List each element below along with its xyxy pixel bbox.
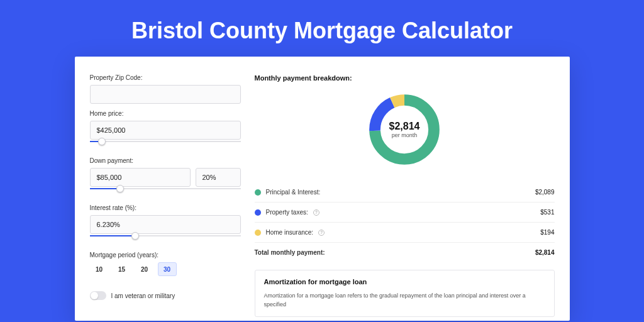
home-price-input[interactable] xyxy=(90,121,241,140)
breakdown-value: $2,089 xyxy=(535,189,555,196)
down-payment-slider[interactable] xyxy=(90,188,241,189)
info-icon[interactable]: ? xyxy=(318,230,325,236)
info-icon[interactable]: ? xyxy=(313,209,319,216)
period-options: 10152030 xyxy=(90,262,241,276)
period-option-10[interactable]: 10 xyxy=(90,262,109,276)
veteran-toggle-row: I am veteran or military xyxy=(90,291,241,300)
interest-field-group: Interest rate (%): xyxy=(90,204,241,245)
breakdown-rows: Principal & Interest:$2,089Property taxe… xyxy=(255,182,555,262)
breakdown-row: Property taxes:?$531 xyxy=(255,202,555,222)
swatch-icon xyxy=(255,209,261,216)
donut-sub: per month xyxy=(392,132,418,138)
breakdown-title: Monthly payment breakdown: xyxy=(255,74,555,82)
breakdown-value: $531 xyxy=(540,209,554,216)
donut-center: $2,814 per month xyxy=(365,91,443,169)
total-value: $2,814 xyxy=(535,249,555,256)
breakdown-row: Home insurance:?$194 xyxy=(255,222,555,242)
swatch-icon xyxy=(255,230,261,236)
donut-chart: $2,814 per month xyxy=(365,91,443,169)
veteran-toggle[interactable] xyxy=(90,291,106,300)
down-payment-label: Down payment: xyxy=(90,157,241,164)
period-label: Mortgage period (years): xyxy=(90,252,241,258)
period-option-15[interactable]: 15 xyxy=(113,262,131,276)
breakdown-label: Home insurance: xyxy=(266,229,314,236)
down-payment-slider-thumb[interactable] xyxy=(116,185,124,192)
home-price-field-group: Home price: xyxy=(90,110,241,151)
interest-label: Interest rate (%): xyxy=(90,204,241,211)
period-option-30[interactable]: 30 xyxy=(158,262,177,276)
breakdown-label: Principal & Interest: xyxy=(266,189,321,196)
form-panel: Property Zip Code: Home price: Down paym… xyxy=(90,74,241,321)
down-payment-percent-input[interactable] xyxy=(196,168,241,187)
zip-field-group: Property Zip Code: xyxy=(90,74,241,104)
veteran-label: I am veteran or military xyxy=(111,292,175,299)
calculator-card: Property Zip Code: Home price: Down paym… xyxy=(75,57,570,321)
period-option-20[interactable]: 20 xyxy=(135,262,154,276)
swatch-icon xyxy=(255,189,261,196)
breakdown-value: $194 xyxy=(540,229,554,236)
breakdown-label: Property taxes: xyxy=(266,209,308,216)
interest-slider[interactable] xyxy=(90,235,241,236)
veteran-toggle-knob xyxy=(91,292,98,299)
down-payment-amount-input[interactable] xyxy=(90,168,191,187)
period-field-group: Mortgage period (years): 10152030 xyxy=(90,252,241,285)
total-label: Total monthly payment: xyxy=(255,249,325,256)
interest-input[interactable] xyxy=(90,215,241,234)
amortization-body: Amortization for a mortgage loan refers … xyxy=(264,292,545,309)
donut-chart-wrap: $2,814 per month xyxy=(255,91,555,169)
home-price-slider[interactable] xyxy=(90,141,241,142)
interest-slider-thumb[interactable] xyxy=(131,232,139,240)
down-payment-field-group: Down payment: xyxy=(90,157,241,198)
amortization-title: Amortization for mortgage loan xyxy=(264,278,545,286)
zip-label: Property Zip Code: xyxy=(90,74,241,81)
home-price-label: Home price: xyxy=(90,110,241,117)
home-price-slider-thumb[interactable] xyxy=(98,138,106,145)
breakdown-panel: Monthly payment breakdown: $2,814 per mo… xyxy=(255,74,555,321)
zip-input[interactable] xyxy=(90,85,241,104)
breakdown-row: Principal & Interest:$2,089 xyxy=(255,182,555,202)
page-title: Bristol County Mortgage Calculator xyxy=(131,18,513,44)
amortization-box: Amortization for mortgage loan Amortizat… xyxy=(255,270,555,317)
breakdown-total-row: Total monthly payment:$2,814 xyxy=(255,242,555,262)
donut-amount: $2,814 xyxy=(389,121,420,132)
